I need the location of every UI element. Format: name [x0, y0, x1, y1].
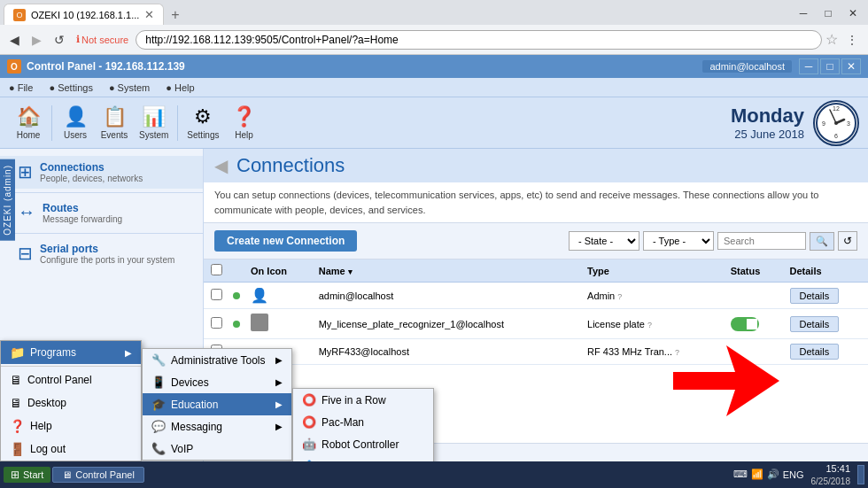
state-filter[interactable]: - State -: [569, 231, 639, 251]
submenu-arrow-programs: ▶: [125, 348, 132, 358]
taskbar-app-icon: 🖥: [62, 469, 72, 480]
submenu-messaging[interactable]: 💬 Messaging ▶: [143, 415, 291, 438]
row-checkbox-1: [204, 283, 229, 309]
address-bar[interactable]: [136, 30, 822, 50]
maximize-btn[interactable]: □: [817, 5, 840, 21]
row-type-3: RF 433 MHz Tran... ?: [580, 339, 724, 365]
app-minimize-btn[interactable]: ─: [799, 58, 818, 74]
back-btn[interactable]: ◀: [5, 31, 24, 49]
serial-subtitle: Configure the ports in your system: [40, 255, 174, 265]
desktop-icon: 🖥: [10, 396, 22, 410]
row-name-3: MyRF433@localhost: [312, 339, 580, 365]
table-row: 👤 admin@localhost Admin ? Details: [204, 283, 868, 309]
serial-title: Serial ports: [40, 243, 174, 255]
education-icon: 🎓: [151, 398, 166, 411]
svg-text:9: 9: [822, 120, 825, 127]
app-close-btn[interactable]: ✕: [841, 58, 861, 74]
row-icon-1: 👤: [244, 283, 312, 309]
help-btn[interactable]: ❓ Help: [224, 104, 263, 142]
create-connection-btn[interactable]: Create new Connection: [214, 230, 357, 252]
users-btn[interactable]: 👤 Users: [56, 104, 95, 142]
type-filter[interactable]: - Type -: [643, 231, 714, 251]
row-status-2: [724, 309, 783, 339]
row-type-2: License plate ?: [580, 309, 724, 339]
edu-pacman[interactable]: ⭕ Pac-Man: [293, 411, 433, 433]
tab-close-btn[interactable]: ✕: [144, 8, 154, 21]
routes-title: Routes: [43, 202, 122, 214]
page-title: Connections: [236, 154, 345, 177]
app-maximize-btn[interactable]: □: [820, 58, 840, 74]
help-label: Help: [235, 130, 253, 140]
start-menu-item-controlpanel[interactable]: 🖥 Control Panel: [1, 368, 141, 391]
sidebar-item-routes[interactable]: ↔ Routes Message forwarding: [0, 197, 203, 229]
toggle-on[interactable]: [731, 317, 759, 331]
admin-tools-icon: 🔧: [151, 353, 166, 367]
start-menu-item-desktop[interactable]: 🖥 Desktop: [1, 391, 141, 414]
row-2-checkbox[interactable]: [211, 317, 222, 329]
menubar-file[interactable]: ● File: [5, 81, 36, 94]
row-type-1: Admin ?: [580, 283, 724, 309]
forward-btn[interactable]: ▶: [27, 31, 46, 49]
new-tab-btn[interactable]: +: [166, 7, 184, 23]
edu-robot[interactable]: 🤖 Robot Controller: [293, 433, 433, 455]
network-icon: 📶: [751, 469, 763, 480]
nav-arrow-icon[interactable]: ◀: [214, 155, 228, 176]
sidebar-divider-1: [0, 192, 203, 193]
row-1-checkbox[interactable]: [211, 289, 222, 300]
menubar-system[interactable]: ● System: [105, 81, 153, 94]
system-icon: 📊: [142, 105, 166, 128]
submenu-devices[interactable]: 📱 Devices ▶: [143, 371, 291, 393]
browser-tab-bar: O OZEKI 10 (192.168.1.1... ✕ + ─ □ ✕: [0, 0, 868, 25]
clock-day: Monday: [731, 105, 804, 128]
start-btn[interactable]: ⊞ Start: [4, 467, 50, 483]
events-icon: 📋: [103, 105, 127, 128]
close-btn[interactable]: ✕: [841, 5, 864, 21]
submenu-admin-tools[interactable]: 🔧 Administrative Tools ▶: [143, 349, 291, 371]
submenu-education[interactable]: 🎓 Education ▶: [143, 393, 291, 415]
taskbar: ⊞ Start 🖥 Control Panel ⌨ 📶 🔊 ENG 15:41 …: [0, 461, 868, 488]
submenu-voip[interactable]: 📞 VoIP: [143, 438, 291, 460]
menubar-help[interactable]: ● Help: [162, 81, 198, 94]
filter-group: - State - - Type - 🔍 ↺: [569, 231, 857, 251]
home-btn[interactable]: 🏠 Home: [9, 104, 48, 142]
refresh-table-btn[interactable]: ↺: [838, 231, 857, 251]
date-display: Monday 25 June 2018: [731, 105, 804, 141]
system-btn[interactable]: 📊 System: [134, 104, 174, 142]
col-details: Details: [783, 259, 868, 283]
pacman-icon: ⭕: [302, 415, 316, 429]
details-btn-3[interactable]: Details: [790, 344, 840, 360]
show-desktop-btn[interactable]: [857, 465, 864, 484]
menubar-settings[interactable]: ● Settings: [45, 81, 96, 94]
search-input[interactable]: [717, 232, 806, 250]
refresh-nav-btn[interactable]: ↺: [50, 31, 69, 49]
events-btn[interactable]: 📋 Events: [95, 104, 134, 142]
sidebar-item-serial[interactable]: ⊟ Serial ports Configure the ports in yo…: [0, 237, 203, 270]
minimize-btn[interactable]: ─: [792, 5, 815, 21]
edu-five-in-row[interactable]: ⭕ Five in a Row: [293, 389, 433, 411]
start-menu-item-programs[interactable]: 📁 Programs ▶: [1, 341, 141, 364]
search-btn[interactable]: 🔍: [810, 232, 834, 251]
ozeki-side-label: OZEKI (admin): [0, 159, 15, 241]
start-menu-item-help[interactable]: ❓ Help: [1, 414, 141, 438]
windows-icon: ⊞: [11, 469, 19, 481]
browser-tab[interactable]: O OZEKI 10 (192.168.1.1... ✕: [4, 4, 164, 25]
settings-btn[interactable]: ⚙ Settings: [182, 104, 224, 142]
menu-btn[interactable]: ⋮: [841, 31, 863, 49]
menubar: ● File ● Settings ● System ● Help: [0, 78, 868, 97]
taskbar-controlpanel-btn[interactable]: 🖥 Control Panel: [52, 467, 144, 483]
details-btn-2[interactable]: Details: [790, 316, 840, 332]
system-label: System: [139, 130, 168, 140]
col-onicon: On Icon: [244, 259, 312, 283]
select-all-checkbox[interactable]: [211, 264, 222, 275]
row-dot-1: [229, 283, 244, 309]
sidebar-item-connections[interactable]: ⊞ Connections People, devices, networks: [0, 156, 203, 189]
arrow-admin: ▶: [275, 355, 283, 365]
star-btn[interactable]: ☆: [825, 31, 838, 48]
start-menu-item-logout[interactable]: 🚪 Log out: [1, 438, 141, 461]
connections-title: Connections: [40, 161, 143, 174]
details-btn-1[interactable]: Details: [790, 288, 840, 304]
page-description: You can setup connections (devices, tele…: [204, 182, 868, 223]
settings-icon: ⚙: [194, 105, 212, 128]
arrow-devices: ▶: [275, 377, 283, 387]
col-indicator: [229, 259, 244, 283]
